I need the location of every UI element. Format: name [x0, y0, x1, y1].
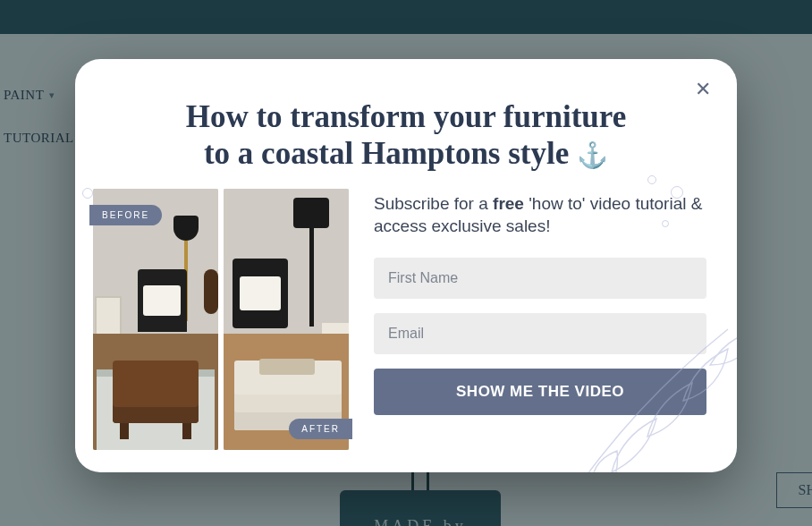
decorative-leaves: [531, 276, 737, 472]
before-image: [93, 189, 218, 450]
before-badge: BEFORE: [89, 205, 162, 225]
decorative-circle: [647, 175, 656, 184]
after-badge: AFTER: [289, 419, 352, 439]
decorative-circle: [671, 186, 683, 199]
decorative-circle: [82, 188, 93, 199]
modal-title-line: How to transform your furniture: [186, 99, 627, 134]
decorative-circle: [662, 220, 669, 227]
subscribe-modal: ✕ How to transform your furniture to a c…: [75, 59, 737, 472]
form-copy-bold: free: [493, 194, 524, 213]
before-after-images: BEFORE AFTER: [93, 189, 349, 450]
modal-title-line: to a coastal Hamptons style: [204, 136, 569, 171]
modal-title: How to transform your furniture to a coa…: [129, 98, 683, 173]
anchor-icon: ⚓: [577, 141, 608, 169]
close-button[interactable]: ✕: [690, 77, 715, 102]
after-image: [224, 189, 349, 450]
close-icon: ✕: [695, 78, 711, 101]
form-copy-text: Subscribe for a: [374, 194, 493, 213]
form-copy: Subscribe for a free 'how to' video tuto…: [374, 192, 706, 238]
